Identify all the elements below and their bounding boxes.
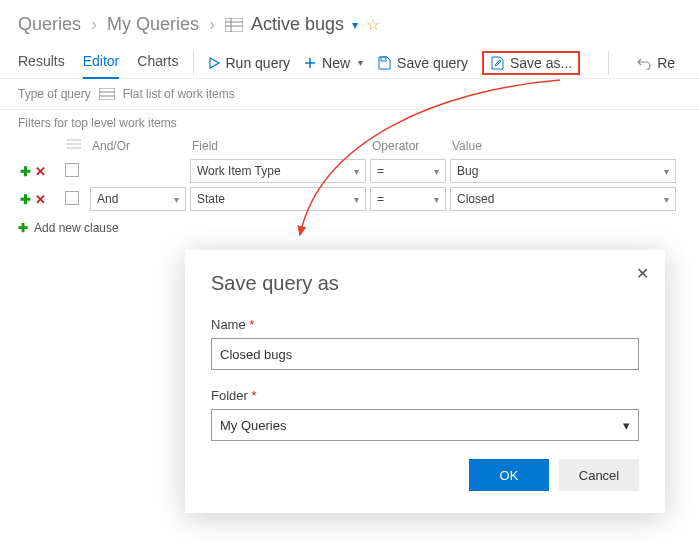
col-andor: And/Or — [88, 134, 188, 157]
add-row-button[interactable]: ✚ — [20, 192, 31, 207]
chevron-down-icon: ▾ — [354, 194, 359, 205]
col-operator: Operator — [368, 134, 448, 157]
plus-icon: ✚ — [18, 221, 28, 235]
folder-dropdown[interactable]: My Queries ▾ — [211, 409, 639, 441]
star-icon[interactable]: ☆ — [366, 15, 380, 34]
close-icon[interactable]: ✕ — [636, 264, 649, 283]
query-type-value: Flat list of work items — [123, 87, 235, 101]
add-new-clause-label: Add new clause — [34, 221, 119, 235]
run-query-button[interactable]: Run query — [208, 55, 291, 71]
name-input[interactable] — [211, 338, 639, 370]
list-icon — [225, 18, 243, 32]
run-query-label: Run query — [226, 55, 291, 71]
remove-row-button[interactable]: ✕ — [35, 164, 46, 179]
svg-marker-4 — [210, 58, 219, 68]
new-label: New — [322, 55, 350, 71]
dialog-title: Save query as — [211, 272, 639, 295]
svg-rect-7 — [381, 57, 386, 61]
add-row-button[interactable]: ✚ — [20, 164, 31, 179]
breadcrumb-current-label: Active bugs — [251, 14, 344, 35]
plus-icon — [304, 57, 316, 69]
chevron-down-icon: ▾ — [664, 194, 669, 205]
remove-row-button[interactable]: ✕ — [35, 192, 46, 207]
tabs: Results Editor Charts — [18, 47, 179, 78]
row-checkbox[interactable] — [65, 163, 79, 177]
filter-row: ✚✕ And▾ State▾ =▾ Closed▾ — [18, 185, 678, 213]
breadcrumb-current: Active bugs ▾ ☆ — [225, 14, 380, 35]
chevron-down-icon: ▾ — [664, 166, 669, 177]
breadcrumb: Queries › My Queries › Active bugs ▾ ☆ — [0, 0, 699, 43]
operator-dropdown[interactable]: =▾ — [370, 187, 446, 211]
revert-button[interactable]: Re — [637, 55, 675, 71]
col-value: Value — [448, 134, 678, 157]
operator-dropdown[interactable]: =▾ — [370, 159, 446, 183]
save-as-label: Save as... — [510, 55, 572, 71]
tab-charts[interactable]: Charts — [137, 47, 178, 78]
chevron-down-icon: ▾ — [358, 57, 363, 68]
value-dropdown[interactable]: Closed▾ — [450, 187, 676, 211]
divider — [193, 51, 194, 75]
toolbar: Results Editor Charts Run query New ▾ Sa… — [0, 43, 699, 79]
value-dropdown[interactable]: Bug▾ — [450, 159, 676, 183]
row-checkbox[interactable] — [65, 191, 79, 205]
play-icon — [208, 57, 220, 69]
breadcrumb-my-queries[interactable]: My Queries — [107, 14, 199, 35]
tab-editor[interactable]: Editor — [83, 47, 120, 79]
ok-button[interactable]: OK — [469, 459, 549, 491]
save-as-dialog: Save query as ✕ Name * Folder * My Queri… — [185, 250, 665, 513]
col-field: Field — [188, 134, 368, 157]
query-type-label: Type of query — [18, 87, 91, 101]
chevron-right-icon: › — [209, 14, 215, 35]
cancel-button[interactable]: Cancel — [559, 459, 639, 491]
save-as-button[interactable]: Save as... — [482, 51, 580, 75]
field-dropdown[interactable]: State▾ — [190, 187, 366, 211]
chevron-down-icon[interactable]: ▾ — [352, 18, 358, 32]
save-query-button[interactable]: Save query — [377, 55, 468, 71]
revert-label: Re — [657, 55, 675, 71]
filter-row: ✚✕ Work Item Type▾ =▾ Bug▾ — [18, 157, 678, 185]
chevron-down-icon: ▾ — [434, 166, 439, 177]
save-query-label: Save query — [397, 55, 468, 71]
query-type-bar: Type of query Flat list of work items — [0, 79, 699, 110]
breadcrumb-root[interactable]: Queries — [18, 14, 81, 35]
tab-results[interactable]: Results — [18, 47, 65, 78]
filters-section: Filters for top level work items And/Or … — [0, 110, 699, 241]
chevron-down-icon: ▾ — [174, 194, 179, 205]
flat-list-icon — [99, 88, 115, 100]
save-as-icon — [490, 56, 504, 70]
undo-icon — [637, 56, 651, 70]
save-icon — [377, 56, 391, 70]
andor-dropdown[interactable]: And▾ — [90, 187, 186, 211]
folder-value: My Queries — [220, 418, 286, 433]
rows-icon — [67, 139, 81, 153]
filters-header: Filters for top level work items — [18, 116, 681, 130]
chevron-down-icon: ▾ — [623, 418, 630, 433]
chevron-down-icon: ▾ — [434, 194, 439, 205]
svg-rect-0 — [225, 18, 243, 32]
chevron-down-icon: ▾ — [354, 166, 359, 177]
add-new-clause[interactable]: ✚ Add new clause — [18, 221, 681, 235]
new-button[interactable]: New ▾ — [304, 55, 363, 71]
chevron-right-icon: › — [91, 14, 97, 35]
divider — [608, 51, 609, 75]
filters-table: And/Or Field Operator Value ✚✕ Work Item… — [18, 134, 678, 213]
name-label: Name * — [211, 317, 639, 332]
svg-rect-8 — [99, 88, 115, 100]
field-dropdown[interactable]: Work Item Type▾ — [190, 159, 366, 183]
toolbar-actions: Run query New ▾ Save query Save as... — [208, 51, 682, 75]
folder-label: Folder * — [211, 388, 639, 403]
